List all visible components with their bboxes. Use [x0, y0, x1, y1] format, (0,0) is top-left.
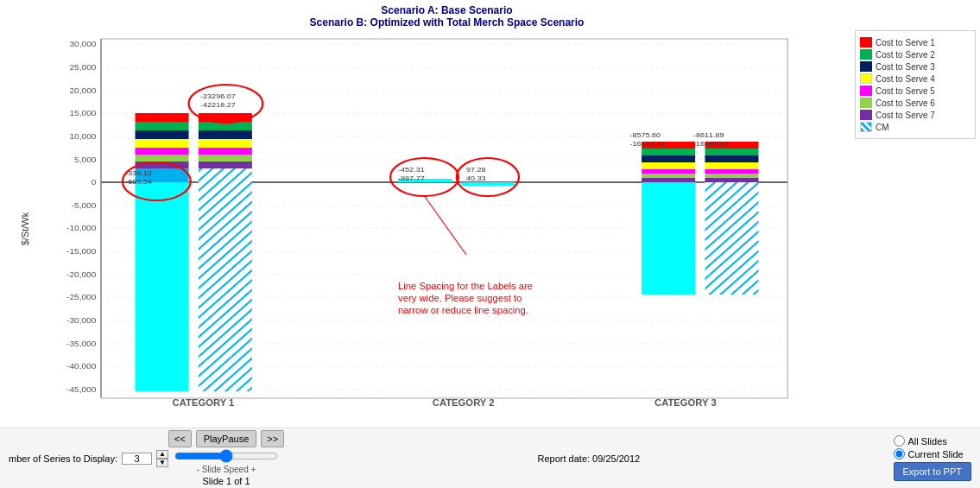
- cat2-label-b2: 40.33: [466, 174, 486, 181]
- report-date-area: Report date: 09/25/2012: [284, 453, 893, 464]
- play-pause-btn[interactable]: PlayPause: [196, 430, 257, 447]
- bottom-bar: mber of Series to Display: ▲ ▼ << PlayPa…: [0, 428, 980, 488]
- cat3-a-serve5: [642, 169, 695, 174]
- cat1-a-serve5: [136, 148, 189, 155]
- legend-item-7: Cost to Serve 7: [860, 110, 971, 120]
- cat1-a-serve2: [136, 122, 189, 130]
- legend-label-3: Cost to Serve 3: [876, 62, 935, 72]
- bottom-left: mber of Series to Display: ▲ ▼: [9, 450, 168, 467]
- series-up-btn[interactable]: ▲: [156, 450, 168, 459]
- title-line2: Scenario B: Optimized with Total Merch S…: [47, 16, 846, 29]
- comment-line2: very wide. Please suggest to: [398, 294, 522, 303]
- legend-label-7: Cost to Serve 7: [876, 111, 935, 120]
- series-count-input[interactable]: [122, 453, 152, 465]
- slide-info: Slide 1 of 1: [202, 476, 250, 486]
- current-slide-option[interactable]: Current Slide: [894, 448, 964, 459]
- svg-text:5,000: 5,000: [74, 155, 96, 164]
- cat1-b-cm-neg: [199, 182, 252, 391]
- export-ppt-btn[interactable]: Export to PPT: [894, 462, 971, 481]
- legend-color-6: [860, 98, 872, 108]
- next-btn[interactable]: >>: [261, 430, 284, 447]
- cat2-label-a1: -452.31: [398, 165, 425, 173]
- svg-text:-5,000: -5,000: [72, 201, 97, 210]
- legend-item-cm: CM: [860, 122, 971, 132]
- cat3-label-a1: -8575.60: [630, 130, 661, 138]
- legend-item-5: Cost to Serve 5: [860, 86, 971, 96]
- legend-color-5: [860, 86, 872, 96]
- cat3-label-b2: -16187.57: [693, 139, 729, 147]
- legend-item-3: Cost to Serve 3: [860, 61, 971, 72]
- cat3-b-serve4: [705, 162, 758, 169]
- svg-text:0: 0: [92, 178, 97, 187]
- legend-label-1: Cost to Serve 1: [876, 38, 935, 48]
- chart-svg: 30,000 25,000 20,000 15,000 10,000 5,000: [47, 30, 846, 428]
- cat1-a-serve4: [136, 139, 189, 148]
- current-slide-radio[interactable]: [894, 448, 905, 459]
- all-slides-label: All Slides: [908, 436, 947, 447]
- cat1-b-serve7: [199, 162, 252, 168]
- svg-text:15,000: 15,000: [69, 109, 96, 117]
- bottom-center: << PlayPause >> - Slide Speed + Slide 1 …: [168, 430, 284, 486]
- cat1-b-serve3: [199, 130, 252, 139]
- cat3-b-serve5: [705, 169, 758, 174]
- cat2-label-a2: -997.77: [398, 174, 425, 181]
- cat3-a-serve3: [642, 155, 695, 162]
- cat3-label-a2: -16147.42: [630, 139, 666, 147]
- svg-text:30,000: 30,000: [69, 40, 96, 48]
- cat3-b-serve7: [705, 178, 758, 182]
- main-container: Scenario A: Base Scenario Scenario B: Op…: [0, 0, 980, 488]
- all-slides-radio[interactable]: [894, 435, 905, 447]
- cat1-label: CATEGORY 1: [173, 398, 235, 408]
- legend-color-2: [860, 49, 872, 60]
- svg-text:-20,000: -20,000: [66, 270, 96, 279]
- legend-item-2: Cost to Serve 2: [860, 49, 971, 60]
- cat1-label-a2: -695.54: [125, 177, 152, 185]
- all-slides-option[interactable]: All Slides: [894, 435, 964, 447]
- cat1-label-b2: -42218.27: [200, 100, 236, 108]
- speed-slider[interactable]: [174, 449, 278, 463]
- svg-text:-30,000: -30,000: [66, 316, 96, 325]
- cat3-label-b1: -8611.89: [693, 130, 724, 138]
- legend-color-7: [860, 110, 872, 120]
- svg-text:-35,000: -35,000: [66, 339, 96, 348]
- series-display-label: mber of Series to Display:: [9, 453, 117, 464]
- speed-label: - Slide Speed +: [197, 465, 256, 474]
- cat1-b-serve4: [199, 139, 252, 148]
- legend-label-cm: CM: [876, 123, 889, 132]
- cat3-a-serve6: [642, 174, 695, 178]
- cat3-a-cm-neg: [642, 182, 695, 295]
- svg-text:-15,000: -15,000: [66, 247, 96, 256]
- legend: Cost to Serve 1 Cost to Serve 2 Cost to …: [855, 30, 976, 139]
- cat3-a-serve7: [642, 178, 695, 182]
- cat2-label: CATEGORY 2: [433, 398, 495, 408]
- series-down-btn[interactable]: ▼: [156, 459, 168, 467]
- svg-text:-10,000: -10,000: [66, 224, 96, 232]
- svg-text:10,000: 10,000: [69, 132, 96, 141]
- chart-title: Scenario A: Base Scenario Scenario B: Op…: [47, 4, 846, 29]
- cat2-b-bar: [461, 182, 515, 186]
- cat3-a-serve2: [642, 149, 695, 155]
- legend-color-cm: [860, 122, 872, 132]
- legend-label-2: Cost to Serve 2: [876, 50, 935, 60]
- cat3-b-cm-neg: [705, 182, 758, 295]
- cat2-arrow: [425, 196, 467, 255]
- radio-group: All Slides Current Slide: [894, 435, 964, 459]
- cat3-label: CATEGORY 3: [654, 398, 717, 408]
- svg-text:-25,000: -25,000: [66, 293, 96, 301]
- chart-area: Scenario A: Base Scenario Scenario B: Op…: [0, 0, 980, 428]
- cat1-b-cm-pos: [199, 168, 252, 182]
- svg-text:-40,000: -40,000: [66, 362, 96, 371]
- svg-text:-45,000: -45,000: [66, 385, 96, 394]
- cat3-b-serve6: [705, 174, 758, 178]
- playback-controls: << PlayPause >>: [168, 430, 284, 447]
- prev-btn[interactable]: <<: [168, 430, 192, 447]
- comment-line1: Line Spacing for the Labels are: [398, 282, 533, 291]
- cat2-label-b1: 97.28: [466, 165, 486, 173]
- cat3-b-serve3: [705, 155, 758, 162]
- legend-item-6: Cost to Serve 6: [860, 98, 971, 108]
- legend-color-4: [860, 73, 872, 84]
- cat1-label-a1: -336.12: [125, 168, 152, 176]
- cat3-b-serve2: [705, 149, 758, 155]
- svg-text:20,000: 20,000: [69, 86, 96, 95]
- cat1-b-serve5: [199, 148, 252, 155]
